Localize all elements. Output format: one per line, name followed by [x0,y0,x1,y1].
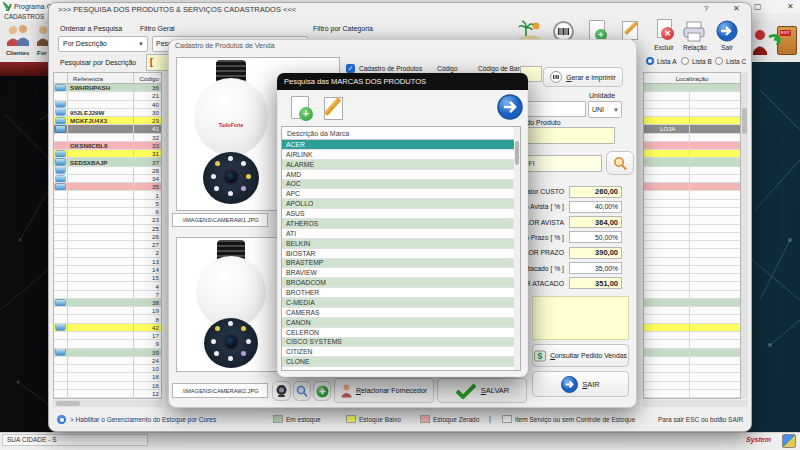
table-row[interactable]: 17 [54,332,161,340]
table-row[interactable]: 18 [54,373,161,381]
exit-search-button[interactable]: Sair [713,19,741,53]
table-row[interactable]: MGKFJU4X329 [54,117,161,125]
brand-list-item[interactable]: CELERON [282,328,514,338]
location-column-header[interactable]: Localização [643,72,741,84]
table-row[interactable]: 13 [54,258,161,266]
brand-list-item[interactable]: ATHEROS [282,219,514,229]
app-close-button[interactable]: ✕ [787,2,794,11]
location-row[interactable] [644,109,740,117]
location-row[interactable] [644,357,740,365]
table-row[interactable]: 2 [54,249,161,257]
location-row[interactable] [644,249,740,257]
stock-colors-toggle-icon[interactable] [57,415,66,424]
location-row[interactable] [644,258,740,266]
window-close-button[interactable]: ✕ [733,4,740,13]
table-row[interactable]: 9 [54,340,161,348]
location-row[interactable] [644,134,740,142]
table-row[interactable]: 1 [54,191,161,199]
price-value[interactable]: 35,00% [569,262,622,274]
brand-list-item[interactable]: AOC [282,180,514,190]
table-row[interactable]: 12 [54,390,161,398]
product-table-hscrollbar[interactable] [53,400,162,407]
location-row[interactable] [644,349,740,357]
brand-list-item[interactable]: ATI [282,229,514,239]
table-row[interactable]: 5 [54,200,161,208]
brand-list-item[interactable]: BROADCOM [282,278,514,288]
location-row[interactable] [644,241,740,249]
table-row[interactable]: 19 [54,307,161,315]
table-row[interactable]: 24 [54,357,161,365]
table-row[interactable]: 4 [54,282,161,290]
generate-print-button[interactable]: Gerar e Imprimir [543,67,623,87]
webcam-capture-button[interactable] [272,381,291,401]
app-maximize-button[interactable]: ▢ [754,2,762,11]
table-row[interactable]: 39 [54,349,161,357]
location-row[interactable] [644,324,740,332]
location-row[interactable] [644,282,740,290]
location-row[interactable]: LOJA [644,125,740,133]
location-row[interactable] [644,191,740,199]
brand-list-item[interactable]: BELKIN [282,239,514,249]
price-value[interactable]: 50,00% [569,231,622,243]
table-row[interactable]: 14 [54,266,161,274]
table-row[interactable]: 27 [54,241,161,249]
price-value[interactable]: 260,00 [569,186,622,198]
photo-add-button[interactable] [313,381,331,401]
location-row[interactable] [644,158,740,166]
table-row[interactable]: 7 [54,291,161,299]
location-row[interactable] [644,307,740,315]
location-row[interactable] [644,92,740,100]
notes-box[interactable] [532,296,629,340]
location-row[interactable] [644,142,740,150]
location-row[interactable] [644,208,740,216]
table-row[interactable]: 26 [54,233,161,241]
location-row[interactable] [644,233,740,241]
price-value[interactable]: 364,00 [569,216,622,228]
brand-list-item[interactable]: ACER [282,140,514,150]
help-button[interactable]: ? [704,4,708,13]
delete-button[interactable]: ✕ Excluir [650,19,678,53]
location-row[interactable] [644,84,740,92]
brand-list-item[interactable]: APC [282,189,514,199]
brand-list-item[interactable]: C-MEDIA [282,298,514,308]
brand-list-item[interactable]: ALARME [282,160,514,170]
table-row[interactable]: 952LEJ29W30 [54,109,161,117]
location-row[interactable] [644,340,740,348]
location-row[interactable] [644,200,740,208]
table-row[interactable]: 40 [54,101,161,109]
location-row[interactable] [644,175,740,183]
brand-list-scrollbar[interactable] [514,127,520,370]
table-row[interactable]: 23 [54,216,161,224]
table-row[interactable]: 15 [54,274,161,282]
table-row[interactable]: GKSN8CBL833 [54,142,161,150]
list-radio-2[interactable]: Lista B [681,57,712,65]
brand-list-item[interactable]: AMD [282,170,514,180]
menu-cadastros[interactable]: CADASTROS [4,13,44,20]
table-row[interactable]: 8 [54,315,161,323]
table-row[interactable]: SEDSXBAJP37 [54,158,161,166]
location-row[interactable] [644,382,740,390]
price-value[interactable]: 351,00 [569,277,622,289]
location-row[interactable] [644,332,740,340]
brand-list-item[interactable]: ASUS [282,209,514,219]
brand-edit-button[interactable] [320,95,346,122]
table-row[interactable]: 21 [54,92,161,100]
brand-list-item[interactable]: CAMERAS [282,308,514,318]
sales-orders-button[interactable]: $ Consultar Pedido Vendas [532,344,629,367]
unit-select[interactable]: UNI ▼ [588,101,622,118]
table-row[interactable]: 41 [54,125,161,133]
photo-zoom-button[interactable] [293,381,311,401]
brand-list-item[interactable]: BROTHER [282,288,514,298]
location-row[interactable] [644,150,740,158]
brand-list-item[interactable]: BRASTEMP [282,259,514,269]
brand-list-header[interactable]: Descrição da Marca [282,127,514,140]
brand-list-item[interactable]: CLONE [282,357,514,367]
location-row[interactable] [644,216,740,224]
location-row[interactable] [644,266,740,274]
products-checkbox[interactable]: ✓ [346,64,355,73]
table-row[interactable]: 16 [54,382,161,390]
location-row[interactable] [644,225,740,233]
brand-dialog-next-button[interactable] [497,94,523,120]
location-row[interactable] [644,299,740,307]
order-select[interactable]: Por Descrição ▼ [58,36,148,52]
